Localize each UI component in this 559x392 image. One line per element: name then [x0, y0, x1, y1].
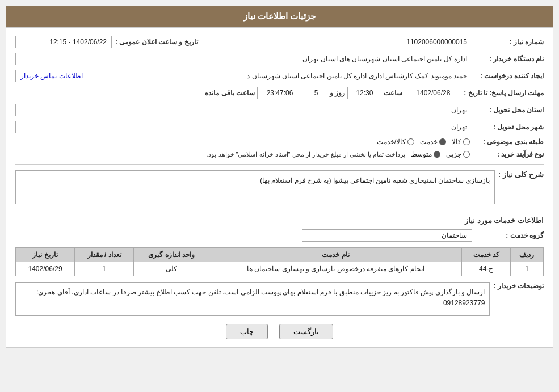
buyer-notes-label: توضیحات خریدار : — [493, 282, 544, 316]
print-button[interactable]: چاپ — [226, 324, 268, 339]
cell-code: ج-44 — [462, 262, 511, 276]
service-group-value: ساختمان — [302, 229, 472, 242]
delivery-city-label: شهر محل تحویل : — [476, 123, 544, 131]
page-header: جزئیات اطلاعات نیاز — [6, 6, 553, 27]
category-option-khedmat[interactable]: خدمت — [420, 138, 446, 146]
category-option-kala[interactable]: کالا — [452, 138, 470, 146]
col-header-unit: واحد اندازه گیری — [134, 248, 209, 262]
deadline-time-label: ساعت — [384, 89, 402, 97]
cell-qty: 1 — [75, 262, 134, 276]
announcement-date-label: تاریخ و ساعت اعلان عمومی : — [115, 38, 198, 46]
deadline-date: 1402/06/28 — [405, 87, 461, 99]
col-header-row: ردیف — [510, 248, 543, 262]
col-header-date: تاریخ نیاز — [16, 248, 75, 262]
cell-unit: کلی — [134, 262, 209, 276]
category-label: طبقه بندی موضوعی : — [476, 138, 544, 146]
col-header-qty: تعداد / مقدار — [75, 248, 134, 262]
radio-motavasset — [434, 151, 440, 158]
deadline-days: 5 — [305, 87, 327, 99]
page-title: جزئیات اطلاعات نیاز — [243, 11, 316, 21]
cell-name: انجام کارهای متفرقه درخصوص بازسازی و بهس… — [209, 262, 462, 276]
services-table: ردیف کد خدمت نام خدمت واحد اندازه گیری ت… — [15, 247, 544, 276]
deadline-days-label: روز و — [330, 89, 345, 97]
deadline-time: 12:30 — [347, 87, 381, 99]
radio-kala — [463, 138, 470, 145]
requester-value-box: حمید مومیوند کمک کارشناس اداری اداره کل … — [15, 70, 472, 82]
col-header-name: نام خدمت — [209, 248, 462, 262]
buyer-org-value: اداره کل تامین اجتماعی استان شهرستان های… — [15, 53, 472, 65]
radio-khedmat — [439, 138, 446, 145]
purchase-motavasset-label: متوسط — [411, 150, 432, 158]
deadline-remaining-label: ساعت باقی مانده — [205, 89, 255, 97]
purchase-type-motavasset[interactable]: متوسط — [411, 150, 440, 158]
radio-kala-khedmat — [407, 138, 414, 145]
purchase-type-note: پرداخت تمام یا بخشی از مبلغ خریدار از مح… — [207, 151, 405, 158]
delivery-city-value: تهران — [15, 121, 472, 133]
buyer-notes-value: ارسال و بارگذاری پیش فاکتور به ریز جزییا… — [15, 282, 490, 316]
radio-jozee — [463, 151, 470, 158]
delivery-province-value: تهران — [15, 104, 472, 116]
delivery-province-label: استان محل تحویل : — [476, 106, 544, 114]
category-khedmat-label: خدمت — [420, 138, 438, 146]
requester-label: ایجاد کننده درخواست : — [476, 72, 544, 80]
requester-value: حمید مومیوند کمک کارشناس اداری اداره کل … — [247, 72, 467, 80]
service-group-label: گروه خدمت : — [476, 231, 544, 239]
buyer-org-label: نام دستگاه خریدار : — [476, 55, 544, 63]
send-deadline-label: مهلت ارسال پاسخ: تا تاریخ : — [464, 89, 544, 97]
table-row: 1 ج-44 انجام کارهای متفرقه درخصوص بازساز… — [16, 262, 544, 276]
category-kala-label: کالا — [452, 138, 461, 146]
back-button[interactable]: بازگشت — [279, 324, 333, 339]
deadline-remaining: 23:47:06 — [257, 87, 302, 99]
need-description-value: بازسازی ساختمان استیجاری شعبه تامین اجتم… — [15, 170, 495, 204]
action-buttons: بازگشت چاپ — [15, 324, 544, 339]
col-header-code: کد خدمت — [462, 248, 511, 262]
request-number-label: شماره نیاز : — [476, 38, 544, 46]
category-kala-khedmat-label: کالا/خدمت — [377, 138, 406, 146]
cell-date: 1402/06/29 — [16, 262, 75, 276]
need-description-label: شرح کلی نیاز : — [498, 170, 544, 179]
request-number-value: 1102006000000015 — [359, 36, 472, 48]
cell-row: 1 — [510, 262, 543, 276]
requester-link[interactable]: اطلاعات تماس خریدار — [20, 72, 83, 80]
announcement-date-value: 1402/06/22 - 12:15 — [15, 36, 112, 48]
purchase-type-label: نوع فرآیند خرید : — [476, 150, 544, 158]
services-section-label: اطلاعات خدمات مورد نیاز — [465, 216, 544, 225]
purchase-type-jozee[interactable]: جزیی — [446, 150, 470, 158]
category-option-kala-khedmat[interactable]: کالا/خدمت — [377, 138, 414, 146]
purchase-jozee-label: جزیی — [446, 150, 461, 158]
